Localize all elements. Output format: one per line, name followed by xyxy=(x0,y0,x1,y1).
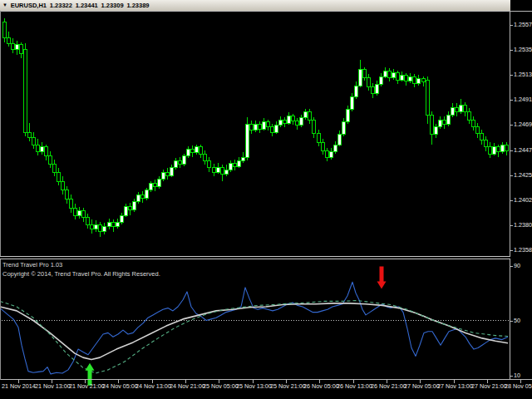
time-axis-label: 27 Nov 21:00 xyxy=(471,383,507,389)
time-axis-label: 26 Nov 13:00 xyxy=(337,383,372,389)
price-axis-label: 1.25350 xyxy=(514,47,532,52)
indicator-axis-label: 10 xyxy=(514,372,520,378)
indicator-lines-layer xyxy=(0,267,510,386)
time-axis-label: 24 Nov 21:00 xyxy=(170,383,205,389)
indicator-copyright-label: Copyright © 2014, Trend Travel Pro. All … xyxy=(2,271,160,278)
sell-signal-marker xyxy=(377,267,387,289)
time-axis-label: 21 Nov 13:00 xyxy=(35,383,71,389)
time-axis-label: 25 Nov 05:00 xyxy=(203,383,239,389)
price-axis-label: 1.24025 xyxy=(514,197,532,203)
price-axis-label: 1.25130 xyxy=(514,71,532,77)
window-menu-icon[interactable]: ▼ xyxy=(2,3,7,8)
series-oscillator-blue xyxy=(0,282,508,374)
time-axis[interactable]: 21 Nov 201421 Nov 13:0021 Nov 21:0024 No… xyxy=(0,380,532,399)
chart-symbol-label: EURUSD,H1 xyxy=(11,2,47,8)
price-axis-label: 1.24470 xyxy=(514,147,532,153)
chart-title-text: ▼ EURUSD,H1 1.23322 1.23441 1.23309 1.23… xyxy=(2,2,150,8)
indicator-name-label: Trend Travel Pro 1.03 xyxy=(2,262,62,268)
quote-open: 1.23322 xyxy=(50,2,72,8)
indicator-axis-label: 90 xyxy=(514,263,520,268)
price-axis-label: 1.23585 xyxy=(514,247,532,253)
time-axis-label: 24 Nov 05:00 xyxy=(102,383,138,389)
price-axis-label: 1.24910 xyxy=(514,96,532,102)
time-axis-label: 25 Nov 13:00 xyxy=(236,383,272,389)
time-axis-label: 24 Nov 13:00 xyxy=(135,383,171,389)
chart-title-bar[interactable]: ▼ EURUSD,H1 1.23322 1.23441 1.23309 1.23… xyxy=(0,0,510,11)
price-axis-label: 1.23805 xyxy=(514,222,532,228)
price-axis[interactable]: 1.255701.253501.251301.249101.246901.244… xyxy=(510,11,532,380)
panel-divider[interactable] xyxy=(0,256,510,259)
price-axis-label: 1.24690 xyxy=(514,121,532,127)
time-axis-label: 28 Nov 05:00 xyxy=(505,383,532,389)
time-axis-label: 21 Nov 2014 xyxy=(2,383,36,389)
time-axis-label: 27 Nov 05:00 xyxy=(404,383,440,389)
quote-high: 1.23441 xyxy=(76,2,98,8)
time-axis-label: 21 Nov 21:00 xyxy=(69,383,105,389)
time-axis-label: 26 Nov 21:00 xyxy=(371,383,406,389)
series-trend-dashed-green xyxy=(0,301,508,373)
time-axis-label: 26 Nov 05:00 xyxy=(303,383,339,389)
indicator-axis-label: 50 xyxy=(514,318,520,323)
mt4-chart-window: ▼ EURUSD,H1 1.23322 1.23441 1.23309 1.23… xyxy=(0,0,532,399)
price-axis-label: 1.25570 xyxy=(514,22,532,27)
time-axis-label: 25 Nov 21:00 xyxy=(270,383,306,389)
time-axis-label: 27 Nov 13:00 xyxy=(437,383,473,389)
candles-layer xyxy=(2,18,508,237)
quote-close: 1.23389 xyxy=(126,2,149,8)
quote-low: 1.23309 xyxy=(101,2,124,8)
chart-canvas[interactable] xyxy=(0,0,532,399)
price-axis-label: 1.24250 xyxy=(514,172,532,178)
